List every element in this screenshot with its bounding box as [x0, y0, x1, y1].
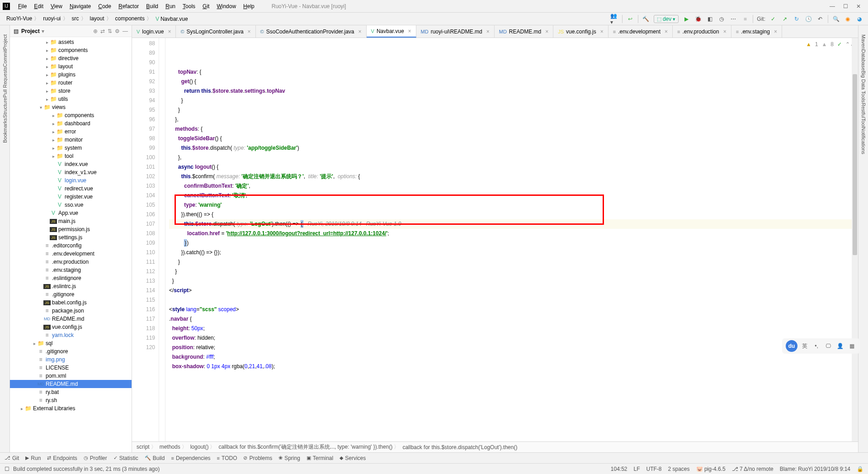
bottom-tool-dependencies[interactable]: ≡Dependencies [171, 455, 210, 461]
tree-item[interactable]: JSvue.config.js [10, 323, 132, 331]
tree-item[interactable]: JSmain.js [10, 217, 132, 225]
settings-icon[interactable]: ◉ [844, 15, 852, 23]
code-editor[interactable]: ▲1 ▲8 ✓ ⌃⌄ topNav: { get() { return this… [165, 38, 858, 441]
close-icon[interactable]: ✕ [856, 3, 861, 9]
tree-item[interactable]: ▸📁router [10, 79, 132, 87]
editor-crumb[interactable]: methods [160, 443, 189, 451]
close-icon[interactable]: × [486, 28, 490, 35]
minimize-icon[interactable]: — [830, 3, 835, 9]
breadcrumb-item[interactable]: VNavbar.vue [154, 16, 192, 22]
tree-item[interactable]: ≡.gitignore [10, 347, 132, 356]
ime-logo-icon[interactable]: du [786, 340, 797, 352]
editor-tab[interactable]: ≡.env.production× [673, 25, 731, 38]
bottom-tool-statistic[interactable]: ✓Statistic [113, 455, 138, 461]
git-update-icon[interactable]: ↻ [793, 15, 801, 23]
tree-item[interactable]: ▸📁dashboard [10, 119, 132, 128]
tree-item[interactable]: ▸📁error [10, 128, 132, 136]
tree-item[interactable]: ≡ry.bat [10, 388, 132, 396]
editor-tab[interactable]: VNavbar.vue× [367, 25, 416, 38]
editor-tab[interactable]: MDruoyi-ui\README.md× [416, 25, 495, 38]
tree-item[interactable]: ≡.env.staging [10, 266, 132, 274]
bottom-tool-git[interactable]: ⎇Git [5, 455, 19, 461]
collapse-icon[interactable]: ⇅ [108, 28, 112, 34]
breadcrumb-item[interactable]: src [70, 15, 88, 23]
editor-crumb[interactable]: callback for this.$store.dispatch('LogOu… [402, 444, 520, 450]
status-position[interactable]: 104:52 [611, 466, 627, 472]
bottom-tool-spring[interactable]: ❀Spring [278, 455, 300, 461]
tree-item[interactable]: ≡yarn.lock [10, 331, 132, 339]
editor-tab[interactable]: ≡.env.development× [609, 25, 673, 38]
tree-item[interactable]: ≡ry.sh [10, 396, 132, 404]
tool-pull-requests[interactable]: Pull Requests [2, 67, 8, 98]
close-icon[interactable]: × [545, 28, 548, 35]
tool-project[interactable]: Project [2, 34, 8, 50]
menu-navigate[interactable]: Navigate [66, 3, 94, 9]
tree-item[interactable]: ▸📁monitor [10, 136, 132, 144]
menu-edit[interactable]: Edit [30, 3, 47, 9]
tree-item[interactable]: ▸📁layout [10, 62, 132, 71]
tree-item[interactable]: Vindex.vue [10, 160, 132, 168]
editor-scrollbar[interactable] [852, 38, 858, 441]
tool-notifications[interactable]: Notifications [861, 127, 866, 154]
tree-item[interactable]: ≡package.json [10, 307, 132, 315]
tree-item[interactable]: ≡.gitignore [10, 290, 132, 299]
editor-tab[interactable]: ≡.env.staging× [731, 25, 782, 38]
tree-item[interactable]: VApp.vue [10, 209, 132, 217]
tree-item[interactable]: ▸📁utils [10, 95, 132, 103]
maximize-icon[interactable]: ☐ [843, 3, 848, 9]
bottom-tool-build[interactable]: 🔨Build [145, 455, 165, 461]
tree-item[interactable]: ▸📁External Libraries [10, 404, 132, 412]
profile-icon[interactable]: ◷ [717, 15, 726, 23]
git-rollback-icon[interactable]: ↶ [816, 15, 824, 23]
bottom-tool-profiler[interactable]: ◷Profiler [84, 455, 107, 461]
bottom-tool-todo[interactable]: ≡TODO [217, 455, 237, 461]
editor-tab[interactable]: JSvue.config.js× [553, 25, 609, 38]
close-icon[interactable]: × [600, 28, 604, 35]
tree-item[interactable]: ≡.env.development [10, 250, 132, 258]
bottom-tool-run[interactable]: ▶Run [25, 455, 41, 461]
lock-icon[interactable]: 🔒 [857, 466, 863, 472]
close-icon[interactable]: × [774, 28, 777, 35]
back-icon[interactable]: ↩ [626, 15, 634, 23]
stop-icon[interactable]: ■ [741, 15, 749, 23]
menu-tools[interactable]: Tools [179, 3, 199, 9]
editor-crumb[interactable]: callback for this.$confirm('确定注销并退出系统...… [218, 443, 401, 451]
hammer-icon[interactable]: 🔨 [642, 15, 650, 23]
ime-lang-icon[interactable]: 英 [800, 341, 809, 351]
tree-item[interactable]: JSsettings.js [10, 233, 132, 242]
editor-crumb[interactable]: script [137, 443, 158, 451]
tree-item[interactable]: ▸📁directive [10, 54, 132, 62]
tool-database[interactable]: Database [861, 49, 866, 71]
select-opened-icon[interactable]: ⊕ [93, 28, 98, 34]
status-pig[interactable]: 🐷 pig-4.6.5 [696, 466, 726, 472]
bottom-tool-terminal[interactable]: ▣Terminal [307, 455, 333, 461]
breadcrumb-item[interactable]: layout [88, 15, 113, 23]
menu-window[interactable]: Window [213, 3, 240, 9]
avatar-icon[interactable]: ◕ [855, 15, 863, 23]
menu-help[interactable]: Help [240, 3, 258, 9]
menu-code[interactable]: Code [94, 3, 115, 9]
run-config[interactable]: ⬚ dev ▾ [654, 15, 679, 23]
menu-file[interactable]: File [14, 3, 30, 9]
editor-tab[interactable]: ©SsoCodeAuthenticationProvider.java× [256, 25, 367, 38]
tree-item[interactable]: ▸📁sql [10, 339, 132, 347]
bottom-tool-problems[interactable]: ⊘Problems [243, 455, 272, 461]
tree-item[interactable]: JSbabel.config.js [10, 299, 132, 307]
tree-item[interactable]: ▸📁components [10, 46, 132, 54]
tool-commit[interactable]: Commit [2, 50, 8, 67]
tree-item[interactable]: ▸📁system [10, 144, 132, 152]
editor-tab[interactable]: MDREADME.md× [495, 25, 553, 38]
tree-item[interactable]: ≡pom.xml [10, 372, 132, 380]
close-icon[interactable]: × [665, 28, 668, 35]
menu-build[interactable]: Build [142, 3, 162, 9]
tree-item[interactable]: Vindex_v1.vue [10, 168, 132, 176]
git-history-icon[interactable]: 🕓 [804, 15, 812, 23]
tool-bookmarks[interactable]: Bookmarks [2, 118, 8, 143]
more-icon[interactable]: ⋯ [729, 15, 737, 23]
git-commit-icon[interactable]: ✓ [769, 15, 777, 23]
coverage-icon[interactable]: ◧ [706, 15, 714, 23]
tree-item[interactable]: ▾📁views [10, 103, 132, 111]
status-line-sep[interactable]: LF [634, 466, 640, 472]
debug-icon[interactable]: 🐞 [694, 15, 702, 23]
tree-item[interactable]: ≡.eslintignore [10, 274, 132, 282]
